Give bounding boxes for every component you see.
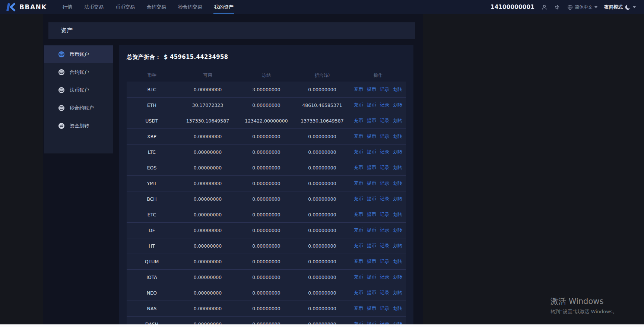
sidebar-item-spot-account[interactable]: 币币账户 bbox=[44, 45, 113, 63]
action-transfer-link[interactable]: 划转 bbox=[393, 212, 402, 217]
action-deposit-link[interactable]: 充币 bbox=[354, 86, 363, 92]
action-deposit-link[interactable]: 充币 bbox=[354, 212, 363, 217]
action-withdraw-link[interactable]: 提币 bbox=[367, 212, 376, 217]
available-amount: 30.17072323 bbox=[177, 102, 238, 108]
action-transfer-link[interactable]: 划转 bbox=[393, 290, 402, 295]
action-withdraw-link[interactable]: 提币 bbox=[367, 86, 376, 92]
action-records-link[interactable]: 记录 bbox=[380, 258, 389, 264]
action-records-link[interactable]: 记录 bbox=[380, 305, 389, 311]
action-deposit-link[interactable]: 充币 bbox=[354, 149, 363, 155]
action-deposit-link[interactable]: 充币 bbox=[354, 118, 363, 123]
action-deposit-link[interactable]: 充币 bbox=[354, 133, 363, 139]
action-records-link[interactable]: 记录 bbox=[380, 165, 389, 170]
action-records-link[interactable]: 记录 bbox=[380, 274, 389, 280]
account-phone[interactable]: 14100000001 bbox=[491, 4, 534, 10]
available-amount: 0.00000000 bbox=[177, 149, 238, 155]
logo[interactable]: BBANK bbox=[6, 3, 47, 12]
action-withdraw-link[interactable]: 提币 bbox=[367, 149, 376, 155]
nav-item-fiat-trade[interactable]: 法币交易 bbox=[78, 0, 110, 14]
action-records-link[interactable]: 记录 bbox=[380, 118, 389, 123]
sidebar-item-contract-account[interactable]: 合约账户 bbox=[44, 63, 113, 81]
action-withdraw-link[interactable]: 提币 bbox=[367, 165, 376, 170]
content-area: 资产 币币账户合约账户法币账户秒合约账户资金划转 总资产折合：$ 459615.… bbox=[43, 14, 423, 327]
action-withdraw-link[interactable]: 提币 bbox=[367, 118, 376, 123]
header-actions: 操作 bbox=[350, 72, 406, 79]
action-deposit-link[interactable]: 充币 bbox=[354, 243, 363, 248]
action-transfer-link[interactable]: 划转 bbox=[393, 258, 402, 264]
action-transfer-link[interactable]: 划转 bbox=[393, 305, 402, 311]
available-amount: 0.00000000 bbox=[177, 87, 238, 92]
action-records-link[interactable]: 记录 bbox=[380, 86, 389, 92]
table-row: BCH 0.00000000 0.00000000 0.00000000 充币提… bbox=[127, 191, 406, 207]
action-deposit-link[interactable]: 充币 bbox=[354, 305, 363, 311]
action-transfer-link[interactable]: 划转 bbox=[393, 243, 402, 248]
coin-symbol: LTC bbox=[127, 149, 177, 155]
table-row: ETC 0.00000000 0.00000000 0.00000000 充币提… bbox=[127, 207, 406, 222]
row-actions: 充币提币记录划转 bbox=[350, 118, 406, 124]
total-assets-line: 总资产折合：$ 459615.44234958 bbox=[127, 54, 406, 61]
user-icon[interactable] bbox=[541, 4, 548, 10]
sidebar: 币币账户合约账户法币账户秒合约账户资金划转 bbox=[44, 45, 113, 153]
action-transfer-link[interactable]: 划转 bbox=[393, 102, 402, 108]
converted-amount: 0.00000000 bbox=[294, 306, 350, 311]
nav-item-spot-trade[interactable]: 币币交易 bbox=[110, 0, 141, 14]
action-withdraw-link[interactable]: 提币 bbox=[367, 305, 376, 311]
header-frozen: 冻结 bbox=[238, 72, 294, 79]
available-amount: 0.00000000 bbox=[177, 274, 238, 280]
action-transfer-link[interactable]: 划转 bbox=[393, 118, 402, 123]
action-deposit-link[interactable]: 充币 bbox=[354, 102, 363, 108]
action-records-link[interactable]: 记录 bbox=[380, 133, 389, 139]
nav-item-my-assets[interactable]: 我的资产 bbox=[208, 0, 239, 14]
action-transfer-link[interactable]: 划转 bbox=[393, 149, 402, 155]
table-row: ETH 30.17072323 0.00000000 48610.4658537… bbox=[127, 97, 406, 113]
action-deposit-link[interactable]: 充币 bbox=[354, 227, 363, 233]
nav-item-contract-trade[interactable]: 合约交易 bbox=[141, 0, 172, 14]
bottom-edge-strip bbox=[0, 324, 644, 327]
action-transfer-link[interactable]: 划转 bbox=[393, 165, 402, 170]
action-withdraw-link[interactable]: 提币 bbox=[367, 243, 376, 248]
sidebar-item-fund-transfer[interactable]: 资金划转 bbox=[44, 117, 113, 135]
action-deposit-link[interactable]: 充币 bbox=[354, 274, 363, 280]
sidebar-item-fiat-account[interactable]: 法币账户 bbox=[44, 81, 113, 99]
action-records-link[interactable]: 记录 bbox=[380, 243, 389, 248]
page-title: 资产 bbox=[61, 27, 73, 35]
language-selector[interactable]: 简体中文 bbox=[567, 4, 597, 10]
sidebar-item-second-contract-account[interactable]: 秒合约账户 bbox=[44, 99, 113, 117]
table-row: QTUM 0.00000000 0.00000000 0.00000000 充币… bbox=[127, 254, 406, 269]
logo-text: BBANK bbox=[19, 3, 47, 11]
action-deposit-link[interactable]: 充币 bbox=[354, 180, 363, 186]
bbank-logo-icon bbox=[6, 3, 17, 12]
action-withdraw-link[interactable]: 提币 bbox=[367, 102, 376, 108]
action-records-link[interactable]: 记录 bbox=[380, 227, 389, 233]
action-deposit-link[interactable]: 充币 bbox=[354, 258, 363, 264]
action-withdraw-link[interactable]: 提币 bbox=[367, 258, 376, 264]
action-withdraw-link[interactable]: 提币 bbox=[367, 274, 376, 280]
speaker-icon[interactable] bbox=[554, 4, 561, 10]
action-withdraw-link[interactable]: 提币 bbox=[367, 133, 376, 139]
action-records-link[interactable]: 记录 bbox=[380, 196, 389, 201]
nav-item-market[interactable]: 行情 bbox=[57, 0, 78, 14]
action-transfer-link[interactable]: 划转 bbox=[393, 86, 402, 92]
frozen-amount: 0.00000000 bbox=[238, 212, 294, 218]
action-records-link[interactable]: 记录 bbox=[380, 102, 389, 108]
action-records-link[interactable]: 记录 bbox=[380, 180, 389, 186]
nav-item-second-contract[interactable]: 秒合约交易 bbox=[172, 0, 208, 14]
action-withdraw-link[interactable]: 提币 bbox=[367, 227, 376, 233]
action-deposit-link[interactable]: 充币 bbox=[354, 165, 363, 170]
converted-amount: 0.00000000 bbox=[294, 87, 350, 92]
action-records-link[interactable]: 记录 bbox=[380, 149, 389, 155]
action-transfer-link[interactable]: 划转 bbox=[393, 274, 402, 280]
action-records-link[interactable]: 记录 bbox=[380, 290, 389, 295]
action-withdraw-link[interactable]: 提币 bbox=[367, 180, 376, 186]
action-transfer-link[interactable]: 划转 bbox=[393, 180, 402, 186]
action-deposit-link[interactable]: 充币 bbox=[354, 290, 363, 295]
action-records-link[interactable]: 记录 bbox=[380, 212, 389, 217]
action-transfer-link[interactable]: 划转 bbox=[393, 227, 402, 233]
action-withdraw-link[interactable]: 提币 bbox=[367, 290, 376, 295]
frozen-amount: 0.00000000 bbox=[238, 243, 294, 249]
action-transfer-link[interactable]: 划转 bbox=[393, 133, 402, 139]
action-transfer-link[interactable]: 划转 bbox=[393, 196, 402, 201]
night-mode-toggle[interactable]: 夜间模式 bbox=[604, 4, 636, 10]
action-deposit-link[interactable]: 充币 bbox=[354, 196, 363, 201]
action-withdraw-link[interactable]: 提币 bbox=[367, 196, 376, 201]
